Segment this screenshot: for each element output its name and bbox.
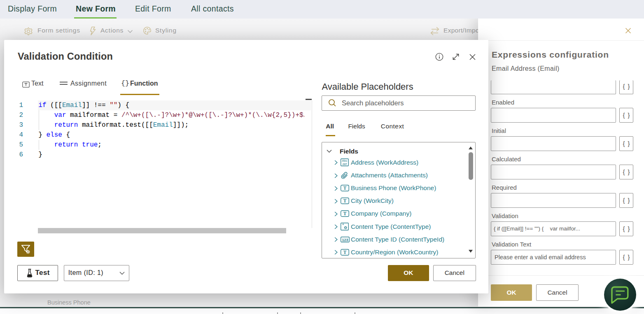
- svg-text:123: 123: [342, 237, 348, 242]
- svg-text:T: T: [343, 186, 347, 191]
- svg-text:T: T: [343, 211, 347, 216]
- svg-text:*: *: [343, 223, 344, 228]
- svg-text:T: T: [343, 198, 347, 203]
- svg-text:T: T: [343, 250, 347, 255]
- svg-text:def: def: [343, 162, 347, 166]
